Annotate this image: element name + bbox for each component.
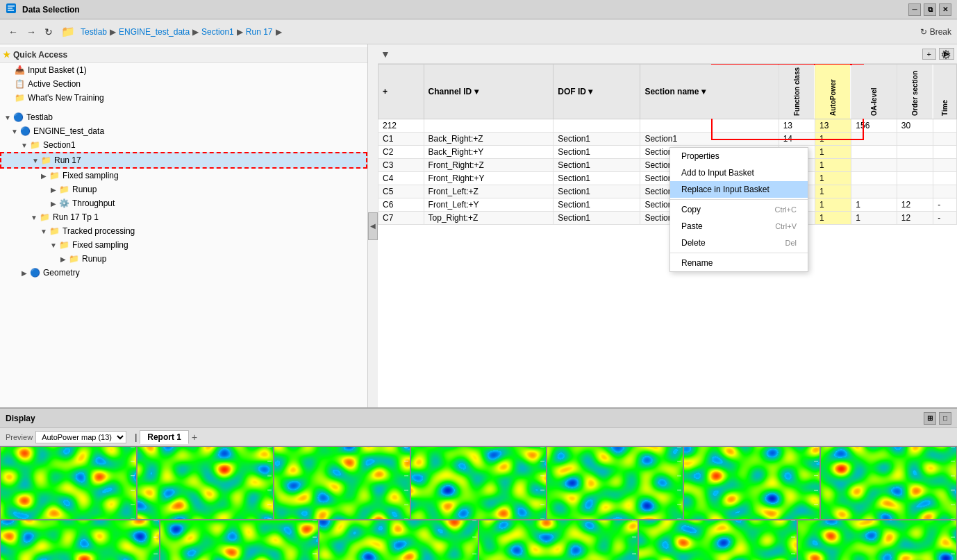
tree-item-whats-new[interactable]: 📁 What's New Training	[0, 91, 367, 105]
refresh-button[interactable]: ↻	[42, 25, 56, 39]
tree-item-testlab[interactable]: ▼ 🔵 Testlab	[0, 110, 367, 124]
sort-icon-channel: ▾	[474, 87, 479, 96]
context-menu-item-replace-basket[interactable]: Replace in Input Basket	[670, 181, 808, 198]
thumbnail-11[interactable]	[479, 520, 638, 560]
thumbnail-7[interactable]	[820, 446, 957, 520]
gear-settings-button[interactable]: ⚙	[940, 47, 951, 62]
fixed-sampling-2-icon: 📁	[58, 239, 69, 251]
add-tab-button[interactable]: +	[192, 432, 197, 443]
breadcrumb-section1[interactable]: Section1	[201, 27, 234, 37]
thumbnail-13[interactable]	[797, 520, 957, 560]
col-header-order-section[interactable]: Order section	[897, 65, 933, 119]
table-row[interactable]: C6 Front_Left:+Y Section1 Section1 14 1 …	[378, 198, 957, 212]
thumbnail-3[interactable]	[274, 446, 410, 520]
table-row[interactable]: 212 13 13 156 30	[378, 119, 957, 133]
back-button[interactable]: ←	[6, 25, 21, 39]
breadcrumb-run17[interactable]: Run 17	[246, 27, 273, 37]
table-row[interactable]: C2 Back_Right:+Y Section1 Section1 14 1	[378, 146, 957, 159]
display-tile-button[interactable]: ⊞	[924, 412, 936, 425]
col-header-dof-id[interactable]: DOF ID ▾	[554, 65, 640, 119]
restore-button[interactable]: ⧉	[924, 3, 936, 16]
thumbnail-1[interactable]	[0, 446, 137, 520]
toggle-geometry[interactable]: ▶	[19, 269, 29, 277]
cell-ord-212: 30	[897, 119, 933, 133]
thumbnail-10[interactable]	[319, 520, 479, 560]
preview-select[interactable]: AutoPower map (13)	[35, 431, 126, 443]
col-header-channel-id[interactable]: Channel ID ▾	[424, 65, 554, 119]
toggle-runup-1[interactable]: ▶	[49, 186, 58, 194]
properties-label: Properties	[681, 151, 719, 161]
col-header-add[interactable]: +	[378, 65, 424, 119]
breadcrumb-engine[interactable]: ENGINE_test_data	[119, 27, 190, 37]
toggle-runup-2[interactable]: ▶	[58, 255, 68, 263]
toggle-engine[interactable]: ▼	[10, 128, 19, 135]
thumbnail-6[interactable]	[683, 446, 820, 520]
tree-item-section1[interactable]: ▼ 📁 Section1	[0, 138, 367, 152]
tree-item-runup-1[interactable]: ▶ 📁 Runup	[0, 183, 367, 196]
grid-toolbar: ▼ + ▶	[378, 44, 957, 64]
tree-item-run17-tp1[interactable]: ▼ 📁 Run 17 Tp 1	[0, 210, 367, 224]
minimize-button[interactable]: ─	[908, 3, 921, 16]
quick-access-header[interactable]: ★ Quick Access	[0, 47, 367, 63]
col-header-section-name[interactable]: Section name ▾	[640, 65, 779, 119]
folder-nav-button[interactable]: 📁	[58, 24, 78, 40]
tree-item-fixed-sampling-1[interactable]: ▶ 📁 Fixed sampling	[0, 169, 367, 183]
table-row[interactable]: C5 Front_Left:+Z Section1 Section1 14 1	[378, 185, 957, 198]
thumbnail-2[interactable]	[137, 446, 274, 520]
toggle-tracked-processing[interactable]: ▼	[39, 228, 49, 235]
close-button[interactable]: ✕	[939, 3, 951, 16]
toggle-fixed-sampling-2[interactable]: ▼	[49, 241, 58, 249]
tree-item-fixed-sampling-2[interactable]: ▼ 📁 Fixed sampling	[0, 238, 367, 252]
thumbnail-5[interactable]	[547, 446, 683, 520]
delete-shortcut: Del	[785, 239, 797, 247]
tree-item-input-basket[interactable]: 📥 Input Basket (1)	[0, 63, 367, 77]
add-row-button[interactable]: +	[922, 49, 936, 60]
toggle-run17[interactable]: ▼	[31, 157, 40, 164]
thumbnail-4[interactable]	[410, 446, 547, 520]
tree-item-engine-test-data[interactable]: ▼ 🔵 ENGINE_test_data	[0, 124, 367, 138]
paste-label: Paste	[681, 221, 703, 231]
active-section-icon: 📋	[14, 78, 25, 90]
col-header-time[interactable]: Time	[933, 65, 957, 119]
tree-item-active-section[interactable]: 📋 Active Section	[0, 77, 367, 91]
tree-item-geometry[interactable]: ▶ 🔵 Geometry	[0, 266, 367, 280]
fixed-sampling-2-label: Fixed sampling	[72, 240, 128, 250]
run17-icon: 📁	[40, 155, 51, 166]
panel-collapse-button[interactable]: ◀	[368, 212, 378, 240]
table-row[interactable]: C7 Top_Right:+Z Section1 Section1 14 1 1…	[378, 212, 957, 225]
cell-dof-c1: Section1	[554, 133, 640, 146]
context-menu-item-properties[interactable]: Properties	[670, 148, 808, 164]
col-header-oa-level[interactable]: OA-level	[851, 65, 897, 119]
tree-item-run17[interactable]: ▼ 📁 Run 17	[0, 152, 367, 169]
toggle-throughput[interactable]: ▶	[49, 200, 58, 207]
table-row[interactable]: C3 Front_Right:+Z Section1 Section1 14 1	[378, 159, 957, 172]
basket-icon: 📥	[14, 65, 25, 76]
tree-item-tracked-processing[interactable]: ▼ 📁 Tracked processing	[0, 224, 367, 238]
toggle-fixed-sampling-1[interactable]: ▶	[39, 172, 49, 180]
filter-icon[interactable]: ▼	[381, 49, 390, 60]
tree-item-throughput[interactable]: ▶ ⚙️ Throughput	[0, 196, 367, 210]
context-menu-item-paste[interactable]: Paste Ctrl+V	[670, 218, 808, 235]
context-menu-item-rename[interactable]: Rename	[670, 255, 808, 271]
title-bar-icon	[6, 3, 17, 16]
cell-ord-c4	[897, 172, 933, 185]
context-menu-item-add-basket[interactable]: Add to Input Basket	[670, 164, 808, 181]
context-menu-item-copy[interactable]: Copy Ctrl+C	[670, 201, 808, 218]
table-row[interactable]: C4 Front_Right:+Y Section1 Section1 14 1	[378, 172, 957, 185]
breadcrumb-testlab[interactable]: Testlab	[81, 27, 107, 37]
break-button[interactable]: ↻ Break	[920, 27, 951, 37]
tree-item-runup-2[interactable]: ▶ 📁 Runup	[0, 252, 367, 266]
toggle-run17-tp1[interactable]: ▼	[29, 214, 39, 221]
thumbnail-9[interactable]	[160, 520, 319, 560]
toggle-testlab[interactable]: ▼	[3, 114, 13, 121]
col-header-autopower[interactable]: AutoPower	[815, 65, 851, 119]
display-maximize-button[interactable]: □	[939, 412, 951, 425]
col-header-function-class[interactable]: Function class	[779, 65, 815, 119]
thumbnail-12[interactable]	[638, 520, 798, 560]
thumbnail-8[interactable]	[0, 520, 160, 560]
table-row[interactable]: C1 Back_Right:+Z Section1 Section1 14 1	[378, 133, 957, 146]
tab-report-1[interactable]: Report 1	[140, 430, 189, 444]
toggle-section1[interactable]: ▼	[19, 142, 29, 149]
forward-button[interactable]: →	[24, 25, 39, 39]
context-menu-item-delete[interactable]: Delete Del	[670, 235, 808, 251]
